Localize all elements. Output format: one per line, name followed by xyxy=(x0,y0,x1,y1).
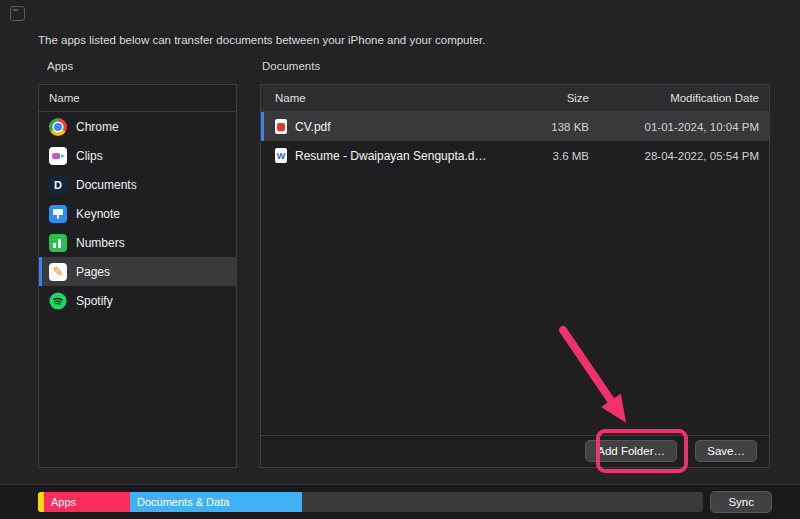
app-row-chrome[interactable]: Chrome xyxy=(39,112,236,141)
documents-app-icon xyxy=(49,176,67,194)
document-size: 3.6 MB xyxy=(489,150,589,162)
app-name: Pages xyxy=(76,265,110,279)
footer-bar: Apps Documents & Data Sync xyxy=(0,484,800,519)
document-name: CV.pdf xyxy=(295,120,331,134)
docx-file-icon xyxy=(275,148,287,163)
documents-table: Name Size Modification Date CV.pdf 138 K… xyxy=(260,84,770,468)
capacity-segment-apps: Apps xyxy=(44,492,130,512)
document-size: 138 KB xyxy=(489,121,589,133)
app-name: Spotify xyxy=(76,294,113,308)
sync-button[interactable]: Sync xyxy=(710,491,772,513)
clips-app-icon xyxy=(49,147,67,165)
document-row-cv-pdf[interactable]: CV.pdf 138 KB 01-01-2024, 10:04 PM xyxy=(261,112,769,141)
documents-footer: Add Folder… Save… xyxy=(261,435,769,467)
apps-section-title: Apps xyxy=(47,60,73,72)
capacity-segment-label: Documents & Data xyxy=(130,496,229,508)
app-name: Keynote xyxy=(76,207,120,221)
app-name: Numbers xyxy=(76,236,125,250)
document-modified: 28-04-2022, 05:54 PM xyxy=(589,150,769,162)
add-folder-button[interactable]: Add Folder… xyxy=(585,440,677,462)
apps-list: Name Chrome Clips Documents Keynote Numb… xyxy=(38,84,237,468)
documents-section-title: Documents xyxy=(262,60,320,72)
storage-capacity-bar: Apps Documents & Data xyxy=(38,492,703,512)
app-row-spotify[interactable]: Spotify xyxy=(39,286,236,315)
app-row-pages[interactable]: Pages xyxy=(39,257,236,286)
app-row-numbers[interactable]: Numbers xyxy=(39,228,236,257)
app-row-keynote[interactable]: Keynote xyxy=(39,199,236,228)
window-proxy-icon xyxy=(10,6,25,21)
pdf-file-icon xyxy=(275,119,287,134)
document-modified: 01-01-2024, 10:04 PM xyxy=(589,121,769,133)
keynote-app-icon xyxy=(49,205,67,223)
app-row-clips[interactable]: Clips xyxy=(39,141,236,170)
documents-table-header: Name Size Modification Date xyxy=(261,85,769,112)
app-name: Clips xyxy=(76,149,103,163)
spotify-app-icon xyxy=(49,292,67,310)
file-sharing-description: The apps listed below can transfer docum… xyxy=(38,34,485,46)
document-row-resume-docx[interactable]: Resume - Dwaipayan Sengupta.docx 3.6 MB … xyxy=(261,141,769,170)
pages-app-icon xyxy=(49,263,67,281)
app-row-documents[interactable]: Documents xyxy=(39,170,236,199)
app-name: Chrome xyxy=(76,120,119,134)
column-header-name[interactable]: Name xyxy=(261,92,489,104)
capacity-segment-label: Apps xyxy=(44,496,76,508)
app-name: Documents xyxy=(76,178,137,192)
capacity-segment-documents-data: Documents & Data xyxy=(130,492,302,512)
save-button[interactable]: Save… xyxy=(695,440,757,462)
numbers-app-icon xyxy=(49,234,67,252)
column-header-modification-date[interactable]: Modification Date xyxy=(589,92,769,104)
apps-column-header-name: Name xyxy=(39,85,236,112)
column-header-size[interactable]: Size xyxy=(489,92,589,104)
chrome-app-icon xyxy=(49,118,67,136)
document-name: Resume - Dwaipayan Sengupta.docx xyxy=(295,149,489,163)
